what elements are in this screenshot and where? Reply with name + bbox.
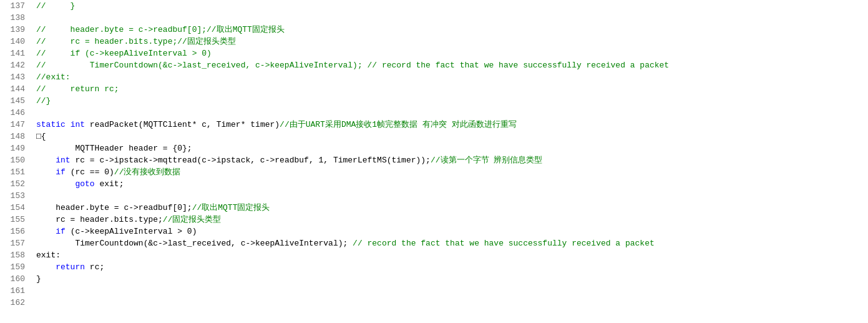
code-line: // header.byte = c->readbuf[0];//取出MQTT固…: [36, 24, 868, 36]
line-number: 138: [5, 12, 25, 24]
code-segment: // header.byte = c->readbuf[0];//取出MQTT固…: [36, 25, 285, 34]
code-segment: //读第一个字节 辨别信息类型: [431, 156, 542, 165]
code-segment: [36, 167, 56, 177]
line-number: 150: [5, 154, 25, 166]
code-segment: int: [71, 120, 85, 129]
code-segment: if: [56, 227, 66, 236]
code-segment: return: [56, 262, 85, 272]
code-segment: exit:: [36, 251, 61, 260]
code-segment: rc = c->ipstack->mqttread(c->ipstack, c-…: [71, 156, 431, 165]
code-segment: int: [56, 156, 70, 165]
code-segment: //}: [36, 96, 51, 106]
code-segment: // record the fact that we have successf…: [353, 239, 655, 248]
line-number: 140: [5, 36, 25, 47]
code-line: if (c->keepAliveInterval > 0): [36, 226, 868, 237]
code-line: // if (c->keepAliveInterval > 0): [36, 47, 868, 59]
code-line: MQTTHeader header = {0};: [36, 142, 868, 154]
line-number: 158: [5, 249, 25, 261]
code-segment: if: [56, 167, 66, 177]
line-number: 161: [5, 285, 25, 297]
line-numbers: 1371381391401411421431441451461471481491…: [0, 0, 30, 323]
code-segment: // }: [36, 1, 75, 11]
code-line: }: [36, 273, 868, 285]
code-segment: [36, 156, 56, 165]
code-segment: //取出MQTT固定报头: [192, 203, 270, 212]
code-line: static int readPacket(MQTTClient* c, Tim…: [36, 119, 868, 131]
line-number: 142: [5, 59, 25, 71]
code-line: int rc = c->ipstack->mqttread(c->ipstack…: [36, 154, 868, 166]
line-number: 145: [5, 95, 25, 107]
line-number: 160: [5, 273, 25, 285]
code-segment: exit;: [95, 179, 124, 189]
line-number: 154: [5, 202, 25, 214]
code-segment: [36, 227, 56, 236]
code-line: rc = header.bits.type;//固定报头类型: [36, 214, 868, 226]
code-line: if (rc == 0)//没有接收到数据: [36, 166, 868, 178]
code-line: [36, 297, 868, 309]
code-segment: [36, 179, 75, 189]
code-editor: 1371381391401411421431441451461471481491…: [0, 0, 868, 323]
code-line: [36, 285, 868, 297]
code-line: [36, 12, 868, 24]
line-number: 141: [5, 47, 25, 59]
code-segment: [36, 262, 56, 272]
line-number: 148: [5, 131, 25, 142]
code-segment: (c->keepAliveInterval > 0): [66, 227, 197, 236]
line-number: 137: [5, 0, 25, 12]
code-segment: // if (c->keepAliveInterval > 0): [36, 49, 212, 58]
code-segment: readPacket(MQTTClient* c, Timer* timer): [85, 120, 280, 129]
code-segment: □{: [36, 132, 46, 141]
line-number: 149: [5, 142, 25, 154]
code-line: TimerCountdown(&c->last_received, c->kee…: [36, 237, 868, 249]
line-number: 144: [5, 83, 25, 95]
code-segment: // rc = header.bits.type;//固定报头类型: [36, 37, 236, 46]
line-number: 152: [5, 178, 25, 190]
code-segment: header.byte = c->readbuf[0];: [36, 203, 192, 212]
line-number: 147: [5, 119, 25, 131]
code-segment: MQTTHeader header = {0};: [36, 144, 192, 153]
line-number: 162: [5, 297, 25, 309]
line-number: 156: [5, 226, 25, 237]
code-line: [36, 107, 868, 119]
code-segment: static: [36, 120, 66, 129]
line-number: 157: [5, 237, 25, 249]
code-segment: TimerCountdown(&c->last_received, c->kee…: [36, 239, 353, 248]
line-number: 143: [5, 71, 25, 83]
code-line: //exit:: [36, 71, 868, 83]
code-line: goto exit;: [36, 178, 868, 190]
code-segment: rc = header.bits.type;: [36, 215, 163, 224]
code-line: // }: [36, 0, 868, 12]
code-content[interactable]: // } // header.byte = c->readbuf[0];//取出…: [30, 0, 868, 323]
code-segment: // return rc;: [36, 84, 119, 94]
line-number: 159: [5, 261, 25, 273]
code-segment: //没有接收到数据: [114, 167, 181, 177]
code-line: [36, 190, 868, 202]
code-line: return rc;: [36, 261, 868, 273]
line-number: 151: [5, 166, 25, 178]
code-segment: //由于UART采用DMA接收1帧完整数据 有冲突 对此函数进行重写: [280, 120, 517, 129]
code-line: // return rc;: [36, 83, 868, 95]
line-number: 146: [5, 107, 25, 119]
code-line: //}: [36, 95, 868, 107]
code-line: □{: [36, 131, 868, 142]
code-segment: goto: [75, 179, 94, 189]
code-line: exit:: [36, 249, 868, 261]
line-number: 153: [5, 190, 25, 202]
code-line: // TimerCountdown(&c->last_received, c->…: [36, 59, 868, 71]
code-segment: // TimerCountdown(&c->last_received, c->…: [36, 61, 669, 70]
line-number: 139: [5, 24, 25, 36]
code-line: header.byte = c->readbuf[0];//取出MQTT固定报头: [36, 202, 868, 214]
code-segment: (rc == 0): [66, 167, 114, 177]
code-segment: //exit:: [36, 72, 71, 82]
code-segment: [66, 120, 71, 129]
code-segment: //固定报头类型: [163, 215, 222, 224]
code-segment: rc;: [85, 262, 104, 272]
line-number: 155: [5, 214, 25, 226]
code-segment: }: [36, 274, 41, 284]
code-line: // rc = header.bits.type;//固定报头类型: [36, 36, 868, 47]
